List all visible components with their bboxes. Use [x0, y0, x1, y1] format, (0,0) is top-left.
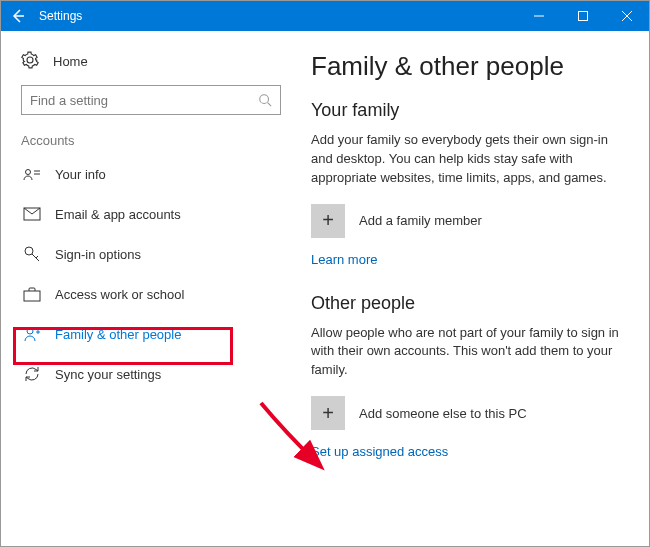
add-family-member-button[interactable]: + Add a family member: [311, 204, 623, 238]
nav-label: Sign-in options: [55, 247, 141, 262]
svg-point-15: [27, 328, 33, 334]
people-icon: [23, 325, 41, 343]
nav-email-accounts[interactable]: Email & app accounts: [21, 194, 271, 234]
mail-icon: [23, 205, 41, 223]
back-arrow-icon: [10, 8, 26, 24]
svg-rect-14: [24, 291, 40, 301]
svg-rect-2: [579, 12, 588, 21]
svg-point-11: [25, 247, 33, 255]
svg-point-7: [26, 170, 31, 175]
home-label: Home: [53, 54, 88, 69]
assigned-access-link[interactable]: Set up assigned access: [311, 444, 448, 459]
close-button[interactable]: [605, 1, 649, 31]
window-controls: [517, 1, 649, 31]
svg-line-12: [32, 254, 39, 261]
nav-your-info[interactable]: Your info: [21, 154, 271, 194]
home-link[interactable]: Home: [21, 43, 271, 79]
sync-icon: [23, 365, 41, 383]
svg-point-5: [260, 95, 269, 104]
nav-label: Access work or school: [55, 287, 184, 302]
minimize-icon: [534, 11, 544, 21]
nav-label: Email & app accounts: [55, 207, 181, 222]
maximize-icon: [578, 11, 588, 21]
window-title: Settings: [35, 9, 82, 23]
search-icon: [258, 93, 272, 107]
gear-icon: [21, 51, 39, 72]
learn-more-link[interactable]: Learn more: [311, 252, 377, 267]
nav-label: Sync your settings: [55, 367, 161, 382]
nav-family-other[interactable]: Family & other people: [21, 314, 271, 354]
sidebar: Home Accounts Your info Email & app acco…: [1, 31, 291, 546]
plus-icon: +: [311, 396, 345, 430]
nav-signin-options[interactable]: Sign-in options: [21, 234, 271, 274]
section-your-family: Your family: [311, 100, 623, 121]
section-other-people: Other people: [311, 293, 623, 314]
section-label: Accounts: [21, 133, 271, 148]
close-icon: [622, 11, 632, 21]
settings-window: Settings Home: [0, 0, 650, 547]
plus-icon: +: [311, 204, 345, 238]
back-button[interactable]: [1, 1, 35, 31]
search-box[interactable]: [21, 85, 281, 115]
search-input[interactable]: [30, 93, 258, 108]
add-someone-else-button[interactable]: + Add someone else to this PC: [311, 396, 623, 430]
nav-sync-settings[interactable]: Sync your settings: [21, 354, 271, 394]
svg-line-6: [268, 103, 272, 107]
maximize-button[interactable]: [561, 1, 605, 31]
briefcase-icon: [23, 285, 41, 303]
nav-label: Your info: [55, 167, 106, 182]
nav-label: Family & other people: [55, 327, 181, 342]
page-title: Family & other people: [311, 51, 623, 82]
add-other-label: Add someone else to this PC: [359, 406, 527, 421]
family-description: Add your family so everybody gets their …: [311, 131, 623, 188]
person-card-icon: [23, 165, 41, 183]
key-icon: [23, 245, 41, 263]
other-description: Allow people who are not part of your fa…: [311, 324, 623, 381]
minimize-button[interactable]: [517, 1, 561, 31]
nav-work-school[interactable]: Access work or school: [21, 274, 271, 314]
titlebar: Settings: [1, 1, 649, 31]
svg-line-13: [36, 256, 38, 258]
add-family-label: Add a family member: [359, 213, 482, 228]
main-content: Family & other people Your family Add yo…: [291, 31, 649, 546]
